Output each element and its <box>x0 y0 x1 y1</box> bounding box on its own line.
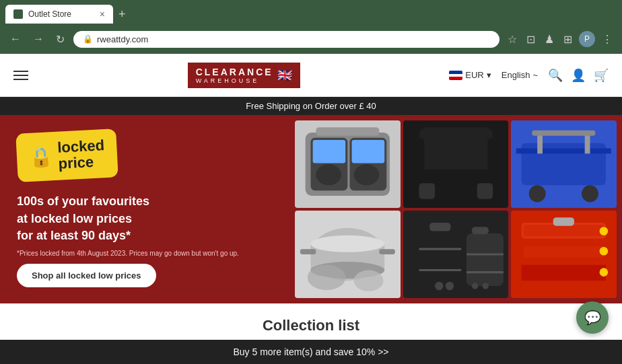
language-label: English <box>502 70 530 80</box>
uk-flag-icon: 🇬🇧 <box>277 68 292 83</box>
shop-cta-button[interactable]: Shop all locked low prices <box>17 264 156 287</box>
svg-rect-30 <box>466 233 504 286</box>
new-tab-button[interactable]: + <box>113 7 131 22</box>
svg-point-5 <box>316 164 341 185</box>
logo-area: CLEARANCE WAREHOUSE 🇬🇧 <box>38 63 449 88</box>
svg-rect-8 <box>419 127 493 175</box>
hamburger-menu[interactable] <box>13 71 28 80</box>
svg-rect-45 <box>524 225 604 236</box>
logo-clearance: CLEARANCE <box>196 67 273 77</box>
tab-bar: Outlet Store × + <box>0 0 622 24</box>
pots-svg <box>295 211 401 298</box>
currency-selector[interactable]: EUR ▾ <box>449 70 491 80</box>
product-air-fryer <box>295 120 401 208</box>
hero-tagline: 100s of your favourites at locked low pr… <box>17 193 276 244</box>
svg-point-6 <box>354 164 380 185</box>
svg-point-24 <box>310 235 384 252</box>
svg-rect-25 <box>300 249 316 254</box>
header-right: EUR ▾ English ~ 🔍 👤 🛒 <box>449 68 609 83</box>
address-bar[interactable]: 🔒 rweattdy.com <box>73 31 499 48</box>
badge-inner: 🔒 locked price <box>28 137 106 174</box>
svg-rect-26 <box>379 249 394 254</box>
hero-left-content: 🔒 locked price 100s of your favourites a… <box>0 118 289 301</box>
chair-svg <box>403 120 509 208</box>
profile-avatar[interactable]: P <box>579 31 595 47</box>
svg-rect-11 <box>477 183 493 199</box>
lock-icon: 🔒 <box>28 145 53 169</box>
hamburger-line <box>13 79 28 80</box>
product-recliner-chair <box>403 120 509 208</box>
promo-text: Buy 5 more item(s) and save 10% >> <box>233 347 388 357</box>
grid-icon[interactable]: ⊞ <box>561 32 575 47</box>
locked-price-badge: 🔒 locked price <box>15 129 118 182</box>
cart-icon[interactable]: 🛒 <box>594 68 609 83</box>
hamburger-line <box>13 75 28 76</box>
svg-rect-7 <box>316 127 379 136</box>
account-icon[interactable]: 👤 <box>571 68 586 83</box>
svg-point-50 <box>600 247 609 256</box>
announcement-bar: Free Shipping on Order over £ 40 <box>0 97 622 115</box>
active-tab[interactable]: Outlet Store × <box>5 5 113 24</box>
sync-icon[interactable]: ♟ <box>542 32 557 47</box>
svg-point-51 <box>600 268 609 277</box>
url-text: rweattdy.com <box>97 34 490 44</box>
bookmark-icon[interactable]: ☆ <box>505 32 520 47</box>
svg-rect-31 <box>429 223 450 231</box>
site-content: CLEARANCE WAREHOUSE 🇬🇧 EUR ▾ English ~ 🔍… <box>0 54 622 364</box>
product-cookware-set <box>295 211 401 298</box>
svg-rect-46 <box>524 246 604 257</box>
refresh-button[interactable]: ↻ <box>53 32 68 47</box>
svg-point-37 <box>435 282 444 291</box>
svg-rect-32 <box>471 227 488 234</box>
toolbox-svg <box>511 211 617 298</box>
hero-product-images <box>289 115 622 303</box>
badge-text: locked price <box>57 137 106 172</box>
svg-point-49 <box>600 227 609 235</box>
svg-point-40 <box>482 283 488 289</box>
site-header: CLEARANCE WAREHOUSE 🇬🇧 EUR ▾ English ~ 🔍… <box>0 54 622 97</box>
svg-rect-3 <box>313 140 346 163</box>
svg-rect-48 <box>553 217 574 226</box>
chat-icon: 💬 <box>584 310 601 326</box>
logo-text: CLEARANCE WAREHOUSE <box>196 67 273 84</box>
product-toolbox <box>511 211 617 298</box>
announcement-text: Free Shipping on Order over £ 40 <box>246 101 376 111</box>
hamburger-line <box>13 71 28 72</box>
tab-close-btn[interactable]: × <box>100 9 105 20</box>
currency-label: EUR <box>465 70 483 80</box>
hero-disclaimer: *Prices locked from 4th August 2023. Pri… <box>17 250 276 257</box>
svg-rect-4 <box>352 140 385 163</box>
chat-widget[interactable]: 💬 <box>576 301 609 334</box>
luggage-svg <box>403 211 509 298</box>
svg-rect-29 <box>419 228 461 286</box>
svg-point-17 <box>582 185 598 202</box>
header-icons: 🔍 👤 🛒 <box>548 68 609 83</box>
svg-point-28 <box>354 270 384 291</box>
logo-warehouse: WAREHOUSE <box>196 77 273 84</box>
search-icon[interactable]: 🔍 <box>548 68 563 83</box>
language-dropdown-icon: ~ <box>532 70 538 80</box>
hero-banner: 🔒 locked price 100s of your favourites a… <box>0 115 622 303</box>
svg-rect-20 <box>532 131 596 136</box>
tab-title: Outlet Store <box>28 9 71 19</box>
product-grid <box>289 115 622 303</box>
menu-icon[interactable]: ⋮ <box>599 32 615 47</box>
bottom-promo-bar[interactable]: Buy 5 more item(s) and save 10% >> <box>0 340 622 364</box>
language-selector[interactable]: English ~ <box>502 70 538 80</box>
collection-title: Collection list <box>13 317 609 334</box>
svg-rect-12 <box>413 138 424 175</box>
tab-favicon <box>13 9 23 19</box>
security-icon: 🔒 <box>83 34 93 44</box>
site-logo[interactable]: CLEARANCE WAREHOUSE 🇬🇧 <box>188 63 300 88</box>
back-button[interactable]: ← <box>7 32 24 46</box>
extensions-icon[interactable]: ⊡ <box>524 32 538 47</box>
browser-toolbar: ← → ↻ 🔒 rweattdy.com ☆ ⊡ ♟ ⊞ P ⋮ <box>0 24 622 54</box>
forward-button[interactable]: → <box>30 32 47 46</box>
tagline-line2: at locked low prices <box>17 212 132 225</box>
currency-dropdown-icon: ▾ <box>487 70 491 80</box>
svg-point-16 <box>529 185 546 202</box>
svg-rect-13 <box>487 138 498 175</box>
svg-point-38 <box>445 282 454 291</box>
tagline-line1: 100s of your favourites <box>17 194 149 208</box>
svg-rect-10 <box>419 183 435 199</box>
